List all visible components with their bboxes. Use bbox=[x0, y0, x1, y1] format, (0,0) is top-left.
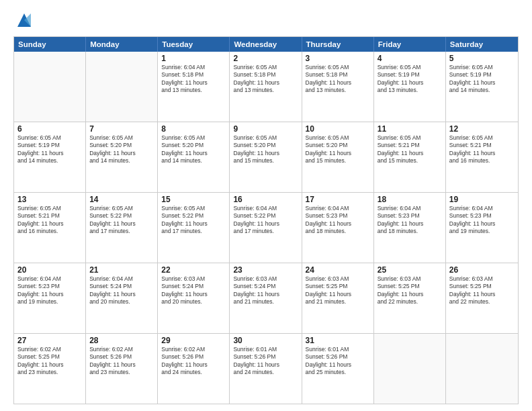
header-day-wednesday: Wednesday bbox=[230, 37, 302, 52]
day-number: 10 bbox=[306, 124, 370, 134]
day-info: Sunrise: 6:05 AM Sunset: 5:20 PM Dayligh… bbox=[89, 134, 154, 165]
day-info: Sunrise: 6:05 AM Sunset: 5:18 PM Dayligh… bbox=[233, 64, 298, 95]
day-number: 24 bbox=[306, 265, 370, 275]
day-info: Sunrise: 6:01 AM Sunset: 5:26 PM Dayligh… bbox=[306, 346, 370, 377]
day-number: 7 bbox=[89, 124, 154, 134]
day-number: 26 bbox=[449, 265, 515, 275]
day-info: Sunrise: 6:04 AM Sunset: 5:23 PM Dayligh… bbox=[449, 205, 515, 236]
day-number: 4 bbox=[378, 54, 442, 63]
day-number: 30 bbox=[233, 336, 298, 345]
calendar-cell: 14Sunrise: 6:05 AM Sunset: 5:22 PM Dayli… bbox=[86, 193, 158, 263]
header-day-tuesday: Tuesday bbox=[158, 37, 230, 52]
day-info: Sunrise: 6:05 AM Sunset: 5:19 PM Dayligh… bbox=[17, 134, 82, 165]
day-number: 27 bbox=[17, 336, 82, 345]
calendar-week-5: 27Sunrise: 6:02 AM Sunset: 5:25 PM Dayli… bbox=[14, 333, 518, 404]
calendar-cell bbox=[374, 334, 446, 404]
day-info: Sunrise: 6:05 AM Sunset: 5:18 PM Dayligh… bbox=[306, 64, 370, 95]
calendar-cell bbox=[86, 52, 158, 122]
calendar-cell: 1Sunrise: 6:04 AM Sunset: 5:18 PM Daylig… bbox=[158, 52, 230, 122]
day-info: Sunrise: 6:05 AM Sunset: 5:21 PM Dayligh… bbox=[378, 134, 442, 165]
header-day-sunday: Sunday bbox=[14, 37, 86, 52]
day-number: 31 bbox=[306, 336, 370, 345]
header-day-friday: Friday bbox=[374, 37, 446, 52]
header-day-monday: Monday bbox=[86, 37, 158, 52]
day-number: 29 bbox=[161, 336, 226, 345]
calendar-cell: 10Sunrise: 6:05 AM Sunset: 5:20 PM Dayli… bbox=[302, 122, 374, 192]
day-info: Sunrise: 6:03 AM Sunset: 5:24 PM Dayligh… bbox=[233, 275, 298, 306]
calendar-cell: 16Sunrise: 6:04 AM Sunset: 5:22 PM Dayli… bbox=[230, 193, 302, 263]
calendar-cell: 11Sunrise: 6:05 AM Sunset: 5:21 PM Dayli… bbox=[374, 122, 446, 192]
logo-icon bbox=[15, 11, 34, 30]
day-info: Sunrise: 6:05 AM Sunset: 5:21 PM Dayligh… bbox=[17, 205, 82, 236]
calendar-cell: 20Sunrise: 6:04 AM Sunset: 5:23 PM Dayli… bbox=[14, 263, 86, 333]
day-info: Sunrise: 6:04 AM Sunset: 5:18 PM Dayligh… bbox=[161, 64, 226, 95]
day-number: 9 bbox=[233, 124, 298, 134]
day-number: 3 bbox=[306, 54, 370, 63]
day-number: 16 bbox=[233, 195, 298, 204]
day-number: 20 bbox=[17, 265, 82, 275]
calendar: SundayMondayTuesdayWednesdayThursdayFrid… bbox=[13, 36, 519, 404]
day-info: Sunrise: 6:03 AM Sunset: 5:25 PM Dayligh… bbox=[449, 275, 515, 306]
calendar-cell: 12Sunrise: 6:05 AM Sunset: 5:21 PM Dayli… bbox=[446, 122, 518, 192]
day-info: Sunrise: 6:04 AM Sunset: 5:24 PM Dayligh… bbox=[89, 275, 154, 306]
calendar-body: 1Sunrise: 6:04 AM Sunset: 5:18 PM Daylig… bbox=[14, 52, 518, 404]
header-day-thursday: Thursday bbox=[302, 37, 374, 52]
calendar-cell: 28Sunrise: 6:02 AM Sunset: 5:26 PM Dayli… bbox=[86, 334, 158, 404]
day-number: 8 bbox=[161, 124, 226, 134]
calendar-week-4: 20Sunrise: 6:04 AM Sunset: 5:23 PM Dayli… bbox=[14, 263, 518, 333]
calendar-cell: 15Sunrise: 6:05 AM Sunset: 5:22 PM Dayli… bbox=[158, 193, 230, 263]
calendar-cell: 26Sunrise: 6:03 AM Sunset: 5:25 PM Dayli… bbox=[446, 263, 518, 333]
header bbox=[13, 11, 519, 30]
calendar-cell bbox=[14, 52, 86, 122]
calendar-cell: 22Sunrise: 6:03 AM Sunset: 5:24 PM Dayli… bbox=[158, 263, 230, 333]
day-number: 18 bbox=[378, 195, 442, 204]
calendar-cell: 9Sunrise: 6:05 AM Sunset: 5:20 PM Daylig… bbox=[230, 122, 302, 192]
day-number: 15 bbox=[161, 195, 226, 204]
calendar-cell: 8Sunrise: 6:05 AM Sunset: 5:20 PM Daylig… bbox=[158, 122, 230, 192]
day-info: Sunrise: 6:02 AM Sunset: 5:26 PM Dayligh… bbox=[161, 346, 226, 377]
day-number: 22 bbox=[161, 265, 226, 275]
day-info: Sunrise: 6:03 AM Sunset: 5:25 PM Dayligh… bbox=[306, 275, 370, 306]
calendar-cell: 5Sunrise: 6:05 AM Sunset: 5:19 PM Daylig… bbox=[446, 52, 518, 122]
calendar-cell: 21Sunrise: 6:04 AM Sunset: 5:24 PM Dayli… bbox=[86, 263, 158, 333]
day-info: Sunrise: 6:05 AM Sunset: 5:20 PM Dayligh… bbox=[306, 134, 370, 165]
day-info: Sunrise: 6:04 AM Sunset: 5:22 PM Dayligh… bbox=[233, 205, 298, 236]
calendar-cell: 29Sunrise: 6:02 AM Sunset: 5:26 PM Dayli… bbox=[158, 334, 230, 404]
calendar-cell: 13Sunrise: 6:05 AM Sunset: 5:21 PM Dayli… bbox=[14, 193, 86, 263]
calendar-cell: 3Sunrise: 6:05 AM Sunset: 5:18 PM Daylig… bbox=[302, 52, 374, 122]
calendar-week-2: 6Sunrise: 6:05 AM Sunset: 5:19 PM Daylig… bbox=[14, 122, 518, 192]
day-info: Sunrise: 6:02 AM Sunset: 5:25 PM Dayligh… bbox=[17, 346, 82, 377]
header-day-saturday: Saturday bbox=[446, 37, 518, 52]
calendar-cell: 2Sunrise: 6:05 AM Sunset: 5:18 PM Daylig… bbox=[230, 52, 302, 122]
day-number: 28 bbox=[89, 336, 154, 345]
day-number: 5 bbox=[449, 54, 515, 63]
calendar-cell: 18Sunrise: 6:04 AM Sunset: 5:23 PM Dayli… bbox=[374, 193, 446, 263]
day-number: 13 bbox=[17, 195, 82, 204]
day-number: 19 bbox=[449, 195, 515, 204]
day-number: 25 bbox=[378, 265, 442, 275]
day-info: Sunrise: 6:05 AM Sunset: 5:21 PM Dayligh… bbox=[449, 134, 515, 165]
page: SundayMondayTuesdayWednesdayThursdayFrid… bbox=[0, 0, 532, 411]
day-info: Sunrise: 6:05 AM Sunset: 5:22 PM Dayligh… bbox=[89, 205, 154, 236]
day-info: Sunrise: 6:02 AM Sunset: 5:26 PM Dayligh… bbox=[89, 346, 154, 377]
day-info: Sunrise: 6:03 AM Sunset: 5:25 PM Dayligh… bbox=[378, 275, 442, 306]
day-info: Sunrise: 6:05 AM Sunset: 5:20 PM Dayligh… bbox=[161, 134, 226, 165]
day-number: 17 bbox=[306, 195, 370, 204]
calendar-week-3: 13Sunrise: 6:05 AM Sunset: 5:21 PM Dayli… bbox=[14, 192, 518, 263]
calendar-cell: 19Sunrise: 6:04 AM Sunset: 5:23 PM Dayli… bbox=[446, 193, 518, 263]
day-info: Sunrise: 6:04 AM Sunset: 5:23 PM Dayligh… bbox=[17, 275, 82, 306]
calendar-week-1: 1Sunrise: 6:04 AM Sunset: 5:18 PM Daylig… bbox=[14, 52, 518, 122]
calendar-cell: 6Sunrise: 6:05 AM Sunset: 5:19 PM Daylig… bbox=[14, 122, 86, 192]
day-number: 6 bbox=[17, 124, 82, 134]
day-info: Sunrise: 6:01 AM Sunset: 5:26 PM Dayligh… bbox=[233, 346, 298, 377]
calendar-cell: 23Sunrise: 6:03 AM Sunset: 5:24 PM Dayli… bbox=[230, 263, 302, 333]
day-number: 2 bbox=[233, 54, 298, 63]
calendar-header: SundayMondayTuesdayWednesdayThursdayFrid… bbox=[14, 37, 518, 52]
calendar-cell: 30Sunrise: 6:01 AM Sunset: 5:26 PM Dayli… bbox=[230, 334, 302, 404]
day-number: 21 bbox=[89, 265, 154, 275]
calendar-cell: 7Sunrise: 6:05 AM Sunset: 5:20 PM Daylig… bbox=[86, 122, 158, 192]
calendar-cell: 27Sunrise: 6:02 AM Sunset: 5:25 PM Dayli… bbox=[14, 334, 86, 404]
logo bbox=[13, 11, 34, 30]
day-info: Sunrise: 6:05 AM Sunset: 5:19 PM Dayligh… bbox=[378, 64, 442, 95]
day-number: 11 bbox=[378, 124, 442, 134]
